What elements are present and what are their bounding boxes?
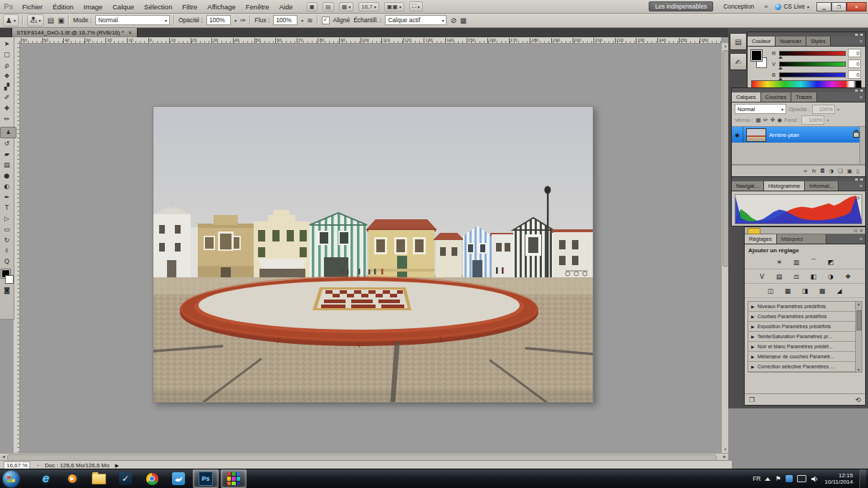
aligned-checkbox[interactable]: ✓ [322,16,330,24]
disclosure-triangle-icon[interactable]: ▶ [751,324,755,329]
channel-value-field[interactable]: 0 [848,70,861,79]
ignore-adjustment-layers-icon[interactable]: ⊘ [450,16,456,24]
action-center-flag-icon[interactable]: ⚑ [775,475,781,482]
photo-document[interactable] [153,106,593,403]
tab-informations[interactable]: Informat... [805,181,839,191]
show-hidden-icons-icon[interactable] [765,477,771,481]
zoom-level-field[interactable]: 16,7 ▾ [358,2,379,11]
fill-field[interactable]: 100% [801,115,824,125]
type-tool[interactable]: T [1,203,12,214]
layer-thumbnail[interactable] [746,128,766,142]
tool-presets-panel-icon[interactable]: ✍ [730,53,747,70]
language-indicator[interactable]: FR [753,475,760,482]
disclosure-triangle-icon[interactable]: ▶ [751,304,755,309]
menu-aide[interactable]: Aide [275,3,298,11]
background-color-swatch[interactable] [5,275,14,284]
opacity-field[interactable]: 100% [206,15,231,25]
presets-scrollbar[interactable]: ▲▼ [855,302,862,372]
menu-edition[interactable]: Édition [48,3,79,11]
layer-list-scrollbar[interactable] [859,127,865,164]
close-button[interactable]: ✕ [846,2,867,11]
eyedropper-tool[interactable]: ✐ [1,92,12,102]
rectangular-marquee-tool[interactable]: ▢ [1,49,12,59]
tab-couches[interactable]: Couches [761,92,792,102]
mini-bridge-panel-icon[interactable]: ▤ [730,33,747,50]
bridge-icon[interactable]: ▣ [307,2,318,11]
brightness-contrast-icon[interactable]: ☀ [772,257,786,267]
view-extras-icon[interactable]: ▦ ▾ [339,2,354,11]
layer-name[interactable]: Arrière-plan [769,132,799,138]
zoom-tool[interactable]: Q [1,257,12,267]
arrange-documents-icon[interactable]: ▣▣ ▾ [384,2,404,11]
menu-filtre[interactable]: Filtre [177,3,202,11]
taskbar-twitter[interactable] [166,470,191,487]
layer-visibility-eye-icon[interactable]: ◉ [732,127,743,143]
brush-tool[interactable]: ✏ [1,113,12,124]
taskbar-windows-explorer[interactable] [87,470,111,487]
display-tray-icon[interactable] [797,475,806,482]
adjustment-preset-4[interactable]: ▶Teinte/Saturation Paramètres pr... [748,332,862,342]
expanded-view-icon[interactable]: ❐ [749,396,755,403]
layers-opacity-dropdown-icon[interactable]: ▾ [837,107,839,112]
adjustment-preset-7[interactable]: ▶Correction sélective Paramètres ... [748,362,862,372]
eraser-tool[interactable]: ▰ [1,149,12,160]
status-options-icon[interactable]: ▶ [115,463,118,469]
network-tray-icon[interactable] [786,475,793,482]
panel-menu-icon[interactable]: ≡ [857,181,865,191]
menu-image[interactable]: Image [79,3,108,11]
channel-slider[interactable] [779,51,846,56]
scroll-thumb[interactable] [857,310,862,330]
channel-slider[interactable] [779,62,846,67]
tray-clock[interactable]: 12:15 10/11/2014 [825,472,853,485]
tablet-opacity-icon[interactable]: ✑ [240,16,246,24]
toggle-brush-panel-icon[interactable]: ▤ [47,16,54,24]
quick-mask-icon[interactable]: ◙ [1,285,12,296]
vertical-ruler[interactable] [14,43,20,453]
panel-menu-icon[interactable]: ≡ [857,234,865,244]
collapse-panel-icon[interactable]: ⊡ [854,228,857,233]
disclosure-triangle-icon[interactable]: ▶ [751,364,755,369]
slider-thumb-icon[interactable] [778,67,783,70]
crop-tool[interactable]: ▞ [1,81,12,92]
curves-icon[interactable]: ⌒ [806,257,821,267]
layers-opacity-field[interactable]: 100% [812,105,835,114]
restore-button[interactable]: ❐ [831,2,846,11]
history-brush-tool[interactable]: ↺ [1,138,12,149]
move-tool[interactable]: ➤ [1,38,12,49]
minimize-button[interactable]: ▁ [816,2,831,11]
exposure-icon[interactable]: ◩ [824,257,838,267]
new-group-icon[interactable]: ❏ [838,168,843,174]
canvas-area[interactable] [19,43,721,453]
delete-layer-icon[interactable]: ▯ [857,168,859,174]
show-desktop-button[interactable] [859,469,866,488]
foreground-color-swatch[interactable] [751,50,762,61]
disclosure-triangle-icon[interactable]: ▶ [751,314,755,319]
levels-icon[interactable]: ▥ [789,257,803,267]
adjustment-preset-5[interactable]: ▶Noir et blanc Paramètres prédéf... [748,342,862,352]
tab-navigation[interactable]: Navigat... [732,181,764,191]
quick-selection-tool[interactable]: ❖ [1,70,12,81]
channel-mixer-icon[interactable]: ❖ [841,272,855,281]
taskbar-media-player[interactable]: ▶ [60,470,85,487]
tab-styles[interactable]: Styles [806,37,830,46]
histogram-refresh-icon[interactable]: ⟳ [856,196,860,201]
mini-bridge-icon[interactable]: ▤ [323,2,334,11]
slider-thumb-icon[interactable] [778,77,783,80]
menu-calque[interactable]: Calque [108,3,139,11]
airbrush-icon[interactable]: ≋ [307,16,313,24]
lock-pixels-icon[interactable]: ✏ [763,117,768,123]
adjustment-preset-3[interactable]: ▶Exposition Paramètres prédéfinis [748,322,862,332]
black-white-icon[interactable]: ◧ [806,272,821,281]
taskbar-checkmark-app[interactable]: ✓ [113,470,138,487]
blur-tool[interactable]: ● [1,171,12,181]
lasso-tool[interactable]: ρ [1,59,12,70]
scroll-down-icon[interactable]: ▼ [856,368,862,372]
panel-menu-icon[interactable]: ≡ [857,92,865,102]
gradient-map-icon[interactable]: ▩ [815,286,829,295]
blend-mode-select[interactable]: Normal▾ [95,15,170,25]
blend-mode-select[interactable]: Normal▾ [735,104,786,114]
clone-stamp-tool[interactable]: ♟ [0,127,16,138]
scroll-up-icon[interactable]: ▲ [856,302,862,306]
path-selection-tool[interactable]: ▷ [1,214,12,224]
gradient-tool[interactable]: ▤ [1,160,12,171]
